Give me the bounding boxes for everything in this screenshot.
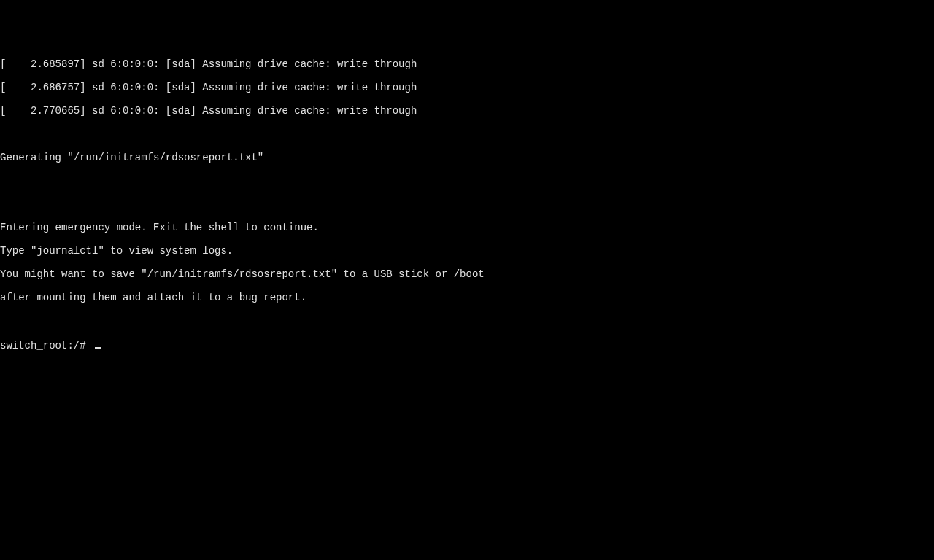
emergency-mode-line: after mounting them and attach it to a b… bbox=[0, 292, 934, 303]
shell-prompt: switch_root:/# bbox=[0, 340, 92, 351]
blank-line bbox=[0, 128, 934, 140]
emergency-mode-line: Entering emergency mode. Exit the shell … bbox=[0, 222, 934, 233]
terminal-output: [ 2.685897] sd 6:0:0:0: [sda] Assuming d… bbox=[0, 47, 934, 363]
cursor-icon bbox=[95, 347, 101, 349]
kernel-log-line: [ 2.685897] sd 6:0:0:0: [sda] Assuming d… bbox=[0, 58, 934, 70]
emergency-mode-line: Type "journalctl" to view system logs. bbox=[0, 245, 934, 257]
kernel-log-line: [ 2.686757] sd 6:0:0:0: [sda] Assuming d… bbox=[0, 82, 934, 93]
blank-line bbox=[0, 315, 934, 327]
shell-prompt-line[interactable]: switch_root:/# bbox=[0, 338, 934, 351]
emergency-mode-line: You might want to save "/run/initramfs/r… bbox=[0, 268, 934, 280]
kernel-log-line: [ 2.770665] sd 6:0:0:0: [sda] Assuming d… bbox=[0, 105, 934, 117]
generating-line: Generating "/run/initramfs/rdsosreport.t… bbox=[0, 152, 934, 163]
blank-line bbox=[0, 175, 934, 187]
blank-line bbox=[0, 198, 934, 210]
